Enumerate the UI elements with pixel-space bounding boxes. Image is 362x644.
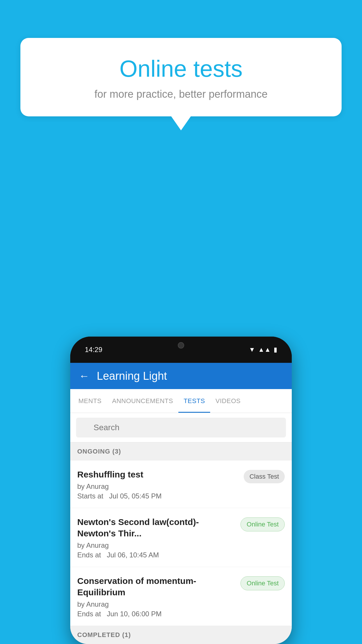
speech-bubble-subtitle: for more practice, better performance <box>44 88 318 100</box>
camera-notch <box>178 342 184 349</box>
tabs-container: MENTS ANNOUNCEMENTS TESTS VIDEOS <box>70 389 292 413</box>
test-item[interactable]: Newton's Second law(contd)-Newton's Thir… <box>70 508 292 567</box>
speech-bubble-title: Online tests <box>44 55 318 82</box>
test-date: Ends at Jul 06, 10:45 AM <box>77 551 235 559</box>
speech-bubble: Online tests for more practice, better p… <box>20 38 342 116</box>
speech-bubble-arrow <box>171 116 191 130</box>
test-author: by Anurag <box>77 541 235 550</box>
test-title: Newton's Second law(contd)-Newton's Thir… <box>77 516 235 539</box>
status-icons: ▼ ▲▲ ▮ <box>249 346 277 354</box>
search-wrapper: 🔍 <box>76 418 286 438</box>
test-author: by Anurag <box>77 600 235 608</box>
completed-section-header: COMPLETED (1) <box>70 626 292 644</box>
test-date: Starts at Jul 05, 05:45 PM <box>77 492 238 500</box>
test-date: Ends at Jun 10, 06:00 PM <box>77 610 235 618</box>
test-info: Reshuffling test by Anurag Starts at Jul… <box>77 469 244 500</box>
wifi-icon: ▼ <box>249 346 255 354</box>
test-author: by Anurag <box>77 482 238 491</box>
test-item[interactable]: Conservation of momentum-Equilibrium by … <box>70 567 292 626</box>
app-header: ← Learning Light <box>70 363 292 389</box>
test-badge-online: Online Test <box>240 517 285 531</box>
app-title: Learning Light <box>97 370 167 382</box>
phone-notch <box>158 337 204 354</box>
test-badge-online: Online Test <box>240 576 285 590</box>
test-info: Conservation of momentum-Equilibrium by … <box>77 575 240 618</box>
ongoing-section-header: ONGOING (3) <box>70 442 292 461</box>
tab-announcements[interactable]: ANNOUNCEMENTS <box>107 389 178 413</box>
tab-ments[interactable]: MENTS <box>73 389 107 413</box>
phone-wrapper: 14:29 ▼ ▲▲ ▮ ← Learning Light MENTS ANNO… <box>70 337 292 644</box>
status-time: 14:29 <box>85 346 102 354</box>
signal-icon: ▲▲ <box>258 346 271 354</box>
test-info: Newton's Second law(contd)-Newton's Thir… <box>77 516 240 559</box>
test-item[interactable]: Reshuffling test by Anurag Starts at Jul… <box>70 461 292 508</box>
test-title: Conservation of momentum-Equilibrium <box>77 575 235 598</box>
phone: 14:29 ▼ ▲▲ ▮ ← Learning Light MENTS ANNO… <box>70 337 292 644</box>
status-bar: 14:29 ▼ ▲▲ ▮ <box>70 337 292 363</box>
test-title: Reshuffling test <box>77 469 238 480</box>
search-input[interactable] <box>76 418 286 438</box>
test-list: Reshuffling test by Anurag Starts at Jul… <box>70 461 292 626</box>
search-container: 🔍 <box>70 413 292 442</box>
back-button[interactable]: ← <box>79 370 89 382</box>
speech-bubble-container: Online tests for more practice, better p… <box>20 38 342 130</box>
tab-videos[interactable]: VIDEOS <box>210 389 246 413</box>
tab-tests[interactable]: TESTS <box>178 389 210 413</box>
battery-icon: ▮ <box>274 346 277 354</box>
test-badge-class: Class Test <box>244 470 285 483</box>
phone-screen: ← Learning Light MENTS ANNOUNCEMENTS TES… <box>70 363 292 644</box>
